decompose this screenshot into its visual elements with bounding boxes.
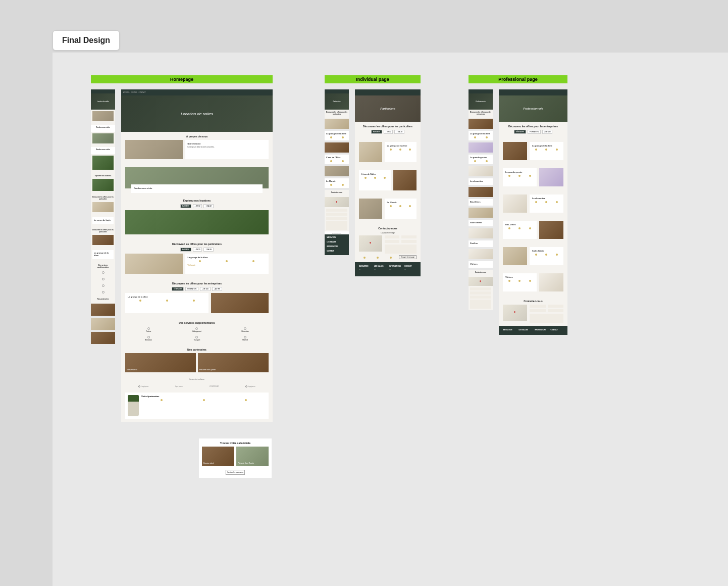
homepage-mobile-mockup[interactable]: Location de salles Rendez-nous visite Re… xyxy=(91,89,115,422)
hero-ind-m: Particuliers xyxy=(325,93,349,110)
individual-desktop-mockup[interactable]: Particuliers Découvrez les offres pour l… xyxy=(355,89,421,276)
tab-i2[interactable]: + DE 50 xyxy=(384,130,393,134)
venue-title-m2: Rendez-nous visite xyxy=(92,149,114,151)
variant-partners-card[interactable]: Trouvez votre salle idéale Domaine vitic… xyxy=(199,438,272,478)
homepage-group: Homepage Location de salles Rendez-nous … xyxy=(91,75,273,422)
venue-title: Rendez-nous visite xyxy=(134,187,260,189)
grange-m: La grange de la dîme xyxy=(94,252,112,257)
tab-i3[interactable]: 1 SALLE xyxy=(394,130,404,134)
tab-pr1[interactable]: SÉMINAIRE xyxy=(514,130,527,134)
contact-ind-m: Contactez-nous xyxy=(326,191,347,193)
hero-mobile: Location de salles xyxy=(91,93,115,110)
f-c4: CONTACT xyxy=(404,265,417,267)
grange-ind: La grange de la dîme xyxy=(387,144,414,147)
manoir-ind: Le Manoir xyxy=(387,201,414,204)
hero-desktop: Location de salles xyxy=(121,95,273,132)
explore-m: Explorez nos locations xyxy=(92,175,114,177)
contact-pro-m: Contactez-nous xyxy=(470,271,491,273)
tab-i1[interactable]: MARIAGE xyxy=(371,130,382,134)
send-ind[interactable]: Envoyer le message xyxy=(399,255,417,259)
nav-2[interactable]: VISITES xyxy=(131,91,137,93)
logo-2: logo ipsum xyxy=(175,385,183,387)
pavillon-pro-m: Pavillon xyxy=(470,242,491,245)
trust-title: Ils nous font confiance xyxy=(125,378,269,380)
nav-3[interactable]: CONTACT xyxy=(139,91,146,93)
grange-ind-m: La grange de la dîme xyxy=(326,132,347,135)
fp-c1: NAVIGATION xyxy=(503,329,516,331)
see-venue-link[interactable]: Voir la salle xyxy=(188,264,266,266)
professional-group: Professional page Professionnels Découvr… xyxy=(469,75,567,335)
logis-m: Le corps de logis xyxy=(94,219,112,221)
f-c3: INFORMATIONS xyxy=(389,265,401,267)
logo-4: Logoipsum xyxy=(245,385,255,387)
tab-3[interactable]: 1 SALLE xyxy=(203,204,214,208)
service-6: Matériel xyxy=(222,335,269,342)
histoire-title: Notre histoire xyxy=(188,142,266,145)
nav-desktop: ACCUEIL VISITES CONTACT xyxy=(121,89,273,95)
nav-mobile xyxy=(91,89,115,93)
partner-1[interactable]: Domaine viticol xyxy=(125,353,196,372)
vitrine-pro: Vitrines xyxy=(505,276,534,278)
champs-pro: La chaumière xyxy=(532,197,561,200)
professional-desktop-mockup[interactable]: Professionnels Découvrez les offres pour… xyxy=(499,89,567,335)
hero-ind: Particuliers xyxy=(355,95,421,122)
etain-pro-m: Salle d'étain xyxy=(470,221,491,224)
variant-p1[interactable]: Domaine viticol xyxy=(202,447,234,466)
contact-sub-ind: Laissez un message xyxy=(359,232,417,234)
bas-pro-m: Bas-Dîmes xyxy=(470,201,491,203)
individual-group: Individual page Particuliers Découvrez l… xyxy=(325,75,421,276)
contact-ind: Contactez-nous xyxy=(359,227,417,230)
find-venue-title: Trouvez votre salle idéale xyxy=(202,442,269,445)
tab-pr3[interactable]: + DE 100 xyxy=(542,130,553,134)
see-all-btn[interactable]: Voir tous les partenaires xyxy=(226,470,245,475)
wine-image xyxy=(128,395,139,416)
tab-p2[interactable]: + DE 50 xyxy=(193,248,202,252)
tab-e3[interactable]: + DE 100 xyxy=(200,287,211,291)
contact-pro: Contactez-nous xyxy=(503,300,563,303)
tab-e1[interactable]: SÉMINAIRE xyxy=(172,287,184,291)
tab-2[interactable]: + DE 50 xyxy=(193,204,202,208)
services-m: Des services supplémentaires xyxy=(92,264,114,268)
tab-e2[interactable]: FORMATION xyxy=(185,287,198,291)
eau-ind: L'eau de l'Aître xyxy=(361,173,388,175)
offers-p-title: Découvrez les offres pour les particulie… xyxy=(125,242,269,246)
tab-pr2[interactable]: FORMATION xyxy=(528,130,541,134)
offers-p-m: Découvrez les offres pour les particulie… xyxy=(92,196,114,200)
wine-title: Visite #partenaires xyxy=(141,395,266,398)
histoire-text: Lorem ipsum dolor sit amet consectetur. xyxy=(188,146,266,148)
f-c2: LES SALLES xyxy=(374,265,386,267)
partners-m: Nos partenaires xyxy=(92,298,114,300)
tab-e4[interactable]: + AUTRE xyxy=(212,287,223,291)
logo-3: LOGOIPSUM xyxy=(210,385,219,387)
manoir-ind-m: Le Manoir xyxy=(326,180,347,182)
homepage-desktop-mockup[interactable]: ACCUEIL VISITES CONTACT Location de sall… xyxy=(121,89,273,422)
grange-title: La grange de la dîme xyxy=(188,256,266,259)
grange-pro-m: La grange de la dîme xyxy=(470,132,491,135)
partner-2[interactable]: Pâtisserie Saint Quentin xyxy=(198,353,269,372)
service-2: Hébergement xyxy=(174,326,221,333)
fp-c2: LES SALLES xyxy=(519,329,532,331)
section-tag: Final Design xyxy=(53,30,120,51)
f-c1: NAVIGATION xyxy=(359,265,371,267)
service-5: Transport xyxy=(174,335,221,342)
offers-ind-m: Découvrez les offres pour les particulie… xyxy=(326,111,347,115)
design-canvas[interactable]: Homepage Location de salles Rendez-nous … xyxy=(53,53,728,586)
professional-label: Professional page xyxy=(469,75,567,83)
nav-1[interactable]: ACCUEIL xyxy=(123,91,130,93)
offers-e-title: Découvrez les offres pour les entreprise… xyxy=(125,282,269,285)
tab-p3[interactable]: 1 SALLE xyxy=(203,248,214,252)
fp-c3: INFORMATIONS xyxy=(535,329,548,331)
professional-mobile-mockup[interactable]: Professionnels Découvrez les offres pour… xyxy=(469,89,493,335)
service-4: Animation xyxy=(125,335,172,342)
variant-p2[interactable]: Pâtisserie Saint Quentin xyxy=(236,447,269,466)
tab-1[interactable]: MARIAGE xyxy=(180,204,191,208)
tab-p1[interactable]: MARIAGE xyxy=(180,248,191,252)
individual-mobile-mockup[interactable]: Particuliers Découvrez les offres pour l… xyxy=(325,89,349,276)
grange-title-e: La grange de la dîme xyxy=(128,296,206,298)
grenier-pro-m: Le grande grenier xyxy=(470,156,491,159)
explore-title: Explorez nos locations xyxy=(125,199,269,202)
eau-ind-m: L'eau de l'Aître xyxy=(326,156,347,159)
offers-pro-m: Découvrez les offres pour les entreprise… xyxy=(470,111,491,115)
etain-pro: Salle d'étain xyxy=(532,250,561,252)
services-title: Des services supplémentaires xyxy=(125,321,269,324)
